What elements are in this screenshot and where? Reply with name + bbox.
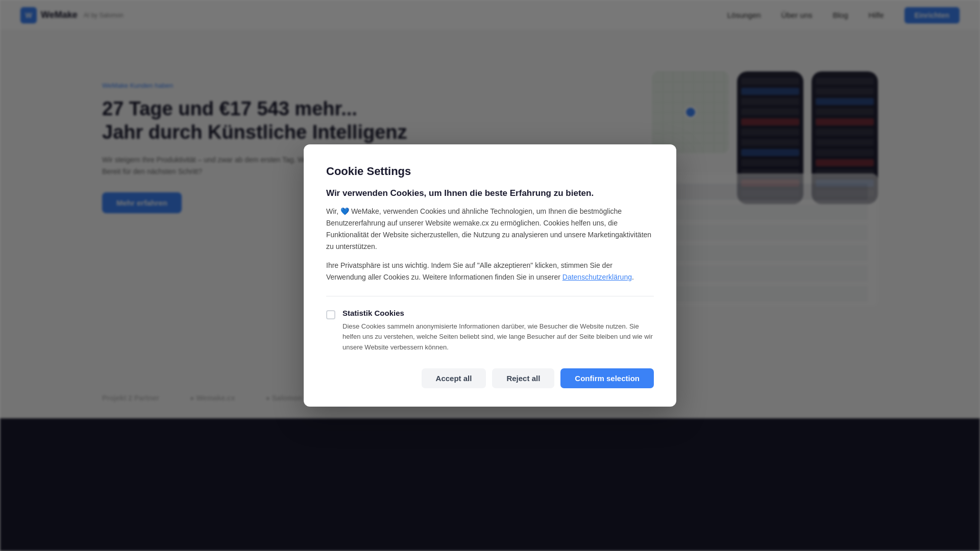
statistik-checkbox[interactable] — [326, 310, 335, 319]
statistik-description: Diese Cookies sammeln anonymisierte Info… — [342, 321, 654, 353]
modal-divider — [326, 296, 654, 296]
modal-privacy-text: Ihre Privatsphäre ist uns wichtig. Indem… — [326, 260, 654, 283]
modal-footer: Accept all Reject all Confirm selection — [326, 368, 654, 388]
cookie-modal: Cookie Settings Wir verwenden Cookies, u… — [304, 144, 676, 407]
cookie-section-statistik: Statistik Cookies Diese Cookies sammeln … — [326, 309, 654, 353]
reject-all-button[interactable]: Reject all — [492, 368, 554, 388]
accept-all-button[interactable]: Accept all — [422, 368, 486, 388]
confirm-selection-button[interactable]: Confirm selection — [560, 368, 654, 388]
cookie-modal-wrapper: Cookie Settings Wir verwenden Cookies, u… — [304, 144, 676, 407]
modal-intro-text: Wir, 💙 WeMake, verwenden Cookies und ähn… — [326, 206, 654, 253]
modal-title: Cookie Settings — [326, 165, 654, 178]
modal-headline: Wir verwenden Cookies, um Ihnen die best… — [326, 188, 654, 198]
statistik-title: Statistik Cookies — [342, 309, 654, 317]
privacy-policy-link[interactable]: Datenschutzerklärung — [562, 273, 632, 281]
